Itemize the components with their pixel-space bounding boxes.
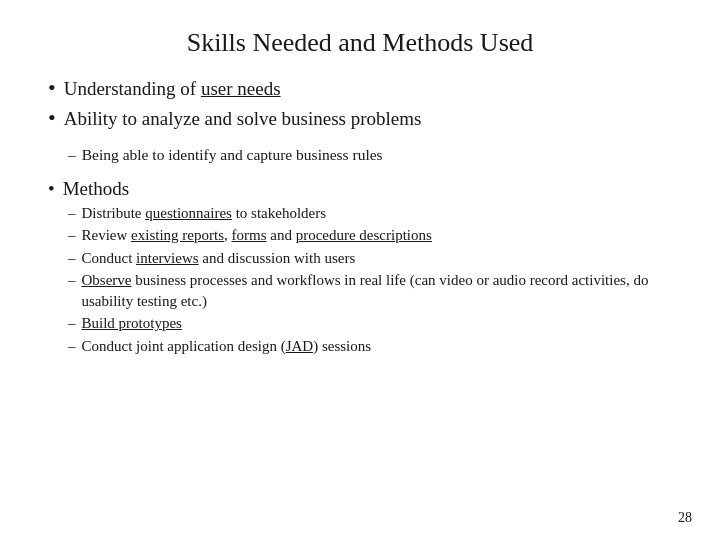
slide-title: Skills Needed and Methods Used — [48, 28, 672, 58]
ability-sub-list: – Being able to identify and capture bus… — [68, 144, 672, 168]
bullet-dot-ability: • — [48, 107, 56, 129]
dash-review: – — [68, 225, 76, 246]
methods-section: • Methods – Distribute questionnaires to… — [48, 178, 672, 358]
method-item-observe: – Observe business processes and workflo… — [68, 270, 672, 313]
sub-text-review: Review existing reports, forms and proce… — [82, 225, 432, 246]
dash-build-prototypes: – — [68, 313, 76, 334]
method-item-conduct-interviews: – Conduct interviews and discussion with… — [68, 248, 672, 269]
bullet-text-ability: Ability to analyze and solve business pr… — [64, 106, 422, 132]
slide: Skills Needed and Methods Used • Underst… — [0, 0, 720, 540]
sub-text-being-able: Being able to identify and capture busin… — [82, 144, 383, 166]
methods-sub-list: – Distribute questionnaires to stakehold… — [68, 203, 672, 357]
dash-distribute: – — [68, 203, 76, 224]
sub-item-being-able: – Being able to identify and capture bus… — [68, 144, 672, 166]
bullet-dot-methods: • — [48, 178, 55, 200]
bullet-text-understanding: Understanding of user needs — [64, 76, 281, 102]
method-item-conduct-jad: – Conduct joint application design (JAD)… — [68, 336, 672, 357]
underline-interviews: interviews — [136, 250, 198, 266]
top-bullet-list: • Understanding of user needs • Ability … — [48, 76, 672, 135]
dash-observe: – — [68, 270, 76, 291]
method-item-review: – Review existing reports, forms and pro… — [68, 225, 672, 246]
dash-conduct-jad: – — [68, 336, 76, 357]
bullet-dot-understanding: • — [48, 77, 56, 99]
underline-build-prototypes: Build prototypes — [82, 315, 182, 331]
bullet-text-methods: Methods — [63, 178, 130, 200]
sub-text-conduct-jad: Conduct joint application design (JAD) s… — [82, 336, 372, 357]
dash-conduct-interviews: – — [68, 248, 76, 269]
underline-existing-reports: existing reports — [131, 227, 224, 243]
bullet-item-ability: • Ability to analyze and solve business … — [48, 106, 672, 132]
methods-bullet: • Methods — [48, 178, 672, 200]
underline-questionnaires: questionnaires — [145, 205, 232, 221]
sub-text-distribute: Distribute questionnaires to stakeholder… — [82, 203, 327, 224]
underline-observe: Observe — [82, 272, 132, 288]
bullet-item-understanding: • Understanding of user needs — [48, 76, 672, 102]
underline-user-needs: user needs — [201, 78, 281, 99]
method-item-build-prototypes: – Build prototypes — [68, 313, 672, 334]
underline-procedure-descriptions: procedure descriptions — [296, 227, 432, 243]
sub-text-conduct-interviews: Conduct interviews and discussion with u… — [82, 248, 356, 269]
underline-jad: JAD — [286, 338, 314, 354]
sub-text-observe: Observe business processes and workflows… — [82, 270, 673, 313]
sub-text-build-prototypes: Build prototypes — [82, 313, 182, 334]
page-number: 28 — [678, 510, 692, 526]
dash-being-able: – — [68, 144, 76, 166]
underline-forms: forms — [231, 227, 266, 243]
method-item-distribute: – Distribute questionnaires to stakehold… — [68, 203, 672, 224]
